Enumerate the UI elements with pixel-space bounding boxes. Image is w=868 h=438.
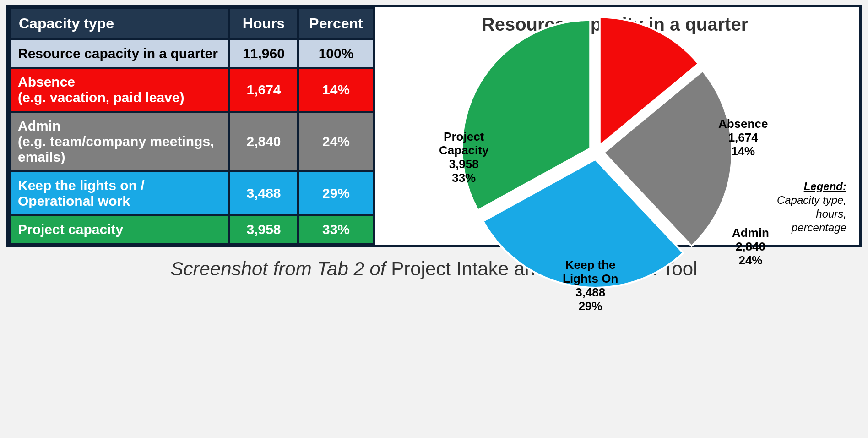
cell-hours: 2,840 [229, 112, 298, 171]
chart-legend: Legend: Capacity type,hours,percentage [777, 180, 846, 235]
cell-percent: 33% [298, 215, 374, 244]
table-row: Keep the lights on / Operational work3,4… [10, 171, 374, 215]
table-row: Admin(e.g. team/company meetings, emails… [10, 112, 374, 171]
cell-capacity-type: Resource capacity in a quarter [10, 39, 229, 68]
table-row: Absence(e.g. vacation, paid leave)1,6741… [10, 68, 374, 112]
pie-label-absence: Absence1,67414% [718, 117, 768, 159]
pie-label-admin: Admin2,84024% [732, 226, 769, 268]
table-row: Resource capacity in a quarter11,960100% [10, 39, 374, 68]
cell-hours: 1,674 [229, 68, 298, 112]
legend-text: Capacity type,hours,percentage [777, 194, 846, 234]
caption-italic: Screenshot from Tab 2 of [171, 258, 391, 279]
capacity-table: Capacity type Hours Percent Resource cap… [9, 7, 375, 245]
table-row: Project capacity3,95833% [10, 215, 374, 244]
cell-hours: 3,488 [229, 171, 298, 215]
pie-chart-pane: Resource capacity in a quarter Legend: C… [375, 7, 859, 245]
col-hours: Hours [229, 8, 298, 39]
cell-percent: 24% [298, 112, 374, 171]
legend-title: Legend: [804, 180, 846, 192]
cell-capacity-type: Absence(e.g. vacation, paid leave) [10, 68, 229, 112]
cell-percent: 100% [298, 39, 374, 68]
pie-label-keep-the-lights-on: Keep theLights On3,48829% [563, 258, 618, 313]
cell-capacity-type: Admin(e.g. team/company meetings, emails… [10, 112, 229, 171]
pie-chart: Legend: Capacity type,hours,percentage A… [380, 37, 850, 240]
col-capacity-type: Capacity type [10, 8, 229, 39]
col-percent: Percent [298, 8, 374, 39]
pie-label-project-capacity: ProjectCapacity3,95833% [439, 130, 488, 185]
cell-hours: 3,958 [229, 215, 298, 244]
capacity-panel: Capacity type Hours Percent Resource cap… [6, 5, 862, 247]
cell-hours: 11,960 [229, 39, 298, 68]
cell-percent: 14% [298, 68, 374, 112]
table-header-row: Capacity type Hours Percent [10, 8, 374, 39]
cell-capacity-type: Keep the lights on / Operational work [10, 171, 229, 215]
cell-capacity-type: Project capacity [10, 215, 229, 244]
cell-percent: 29% [298, 171, 374, 215]
